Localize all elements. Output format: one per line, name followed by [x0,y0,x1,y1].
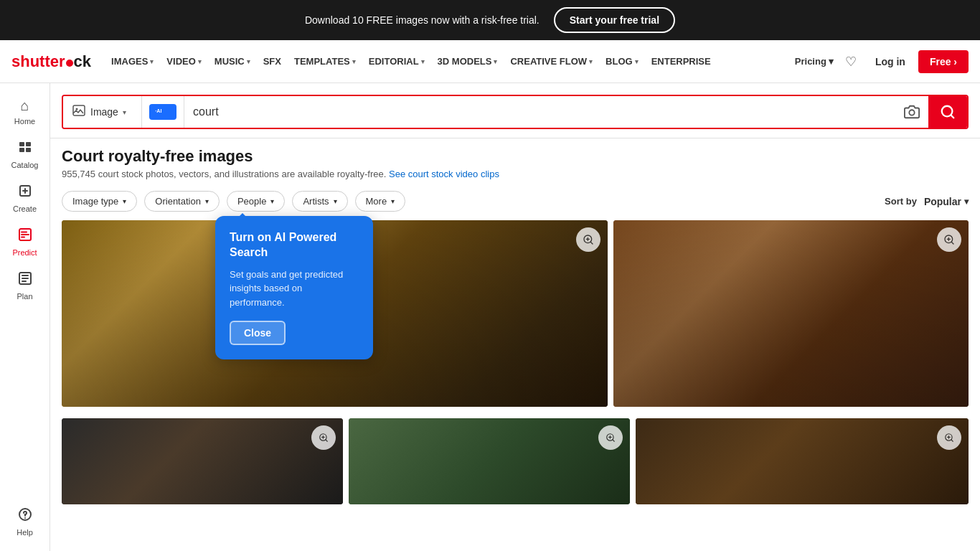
zoom-button[interactable] [937,227,961,252]
sidebar: ⌂ Home Catalog Create Predict Plan [0,83,50,551]
sidebar-item-label: Create [13,204,37,213]
sidebar-item-create[interactable]: Create [4,178,47,219]
camera-search-button[interactable] [895,96,928,128]
catalog-icon [18,140,32,158]
svg-rect-0 [19,142,24,146]
nav-item-video[interactable]: VIDEO ▾ [161,52,207,71]
logo-dot [66,60,73,67]
home-icon: ⌂ [20,98,29,114]
chevron-down-icon: ▾ [635,58,639,65]
filter-people[interactable]: People ▾ [227,191,285,212]
ai-badge-label: ·AI [149,104,176,120]
chevron-down-icon: ▾ [123,197,126,205]
help-icon [18,507,32,525]
ai-tooltip-title: Turn on AI Powered Search [230,230,359,260]
search-button[interactable] [928,96,967,128]
logo-stock: ck [74,52,91,70]
svg-rect-3 [26,148,31,152]
image-type-icon [72,103,86,121]
login-button[interactable]: Log in [868,52,913,72]
sidebar-item-plan[interactable]: Plan [4,265,47,306]
search-type-label: Image [90,106,118,118]
logo[interactable]: shutterck [11,52,91,71]
nav-item-templates[interactable]: TEMPLATES ▾ [288,52,362,71]
svg-point-8 [24,517,26,519]
banner-text: Download 10 FREE images now with a risk-… [305,14,540,26]
ai-tooltip: Turn on AI Powered Search Set goals and … [215,216,373,359]
chevron-down-icon: ▾ [123,108,126,116]
nav-item-images[interactable]: IMAGES ▾ [105,52,159,71]
nav-item-sfx[interactable]: SFX [258,52,287,71]
nav-item-editorial[interactable]: EDITORIAL ▾ [363,52,430,71]
video-clips-link[interactable]: See court stock video clips [389,169,499,179]
page-heading: Court royalty-free images 955,745 court … [50,138,980,185]
nav-item-creative-flow[interactable]: CREATIVE FLOW ▾ [504,52,598,71]
nav-item-blog[interactable]: BLOG ▾ [600,52,644,71]
plan-icon [18,271,32,289]
svg-rect-9 [73,105,85,116]
filter-artists[interactable]: Artists ▾ [292,191,347,212]
nav-item-music[interactable]: MUSIC ▾ [209,52,256,71]
image-item-courtroom-dark[interactable] [636,418,969,504]
image-item-judge-gavel[interactable] [62,418,343,504]
zoom-button[interactable] [576,227,600,252]
filter-bar: Image type ▾ Orientation ▾ People ▾ Arti… [50,185,980,220]
chevron-down-icon: ▾ [964,197,969,207]
ai-tooltip-close-button[interactable]: Close [230,321,286,345]
search-type-select[interactable]: Image ▾ [63,96,142,128]
sidebar-item-help[interactable]: Help [4,501,47,542]
chevron-down-icon: ▾ [334,197,337,205]
ai-badge[interactable]: ·AI [142,96,184,128]
free-trial-button[interactable]: Start your free trial [554,7,675,33]
chevron-down-icon: ▾ [247,58,250,65]
filter-image-type[interactable]: Image type ▾ [62,191,137,212]
chevron-down-icon: ▾ [352,58,356,65]
search-input[interactable] [184,96,895,128]
sidebar-item-home[interactable]: ⌂ Home [4,92,47,131]
main-nav: IMAGES ▾ VIDEO ▾ MUSIC ▾ SFX TEMPLATES ▾… [105,52,789,71]
page-title: Court royalty-free images [62,147,969,166]
nav-right: Pricing ▾ ♡ Log in Free › [795,50,969,73]
sidebar-item-label: Predict [12,248,37,257]
main-layout: ⌂ Home Catalog Create Predict Plan [0,83,980,551]
filter-orientation[interactable]: Orientation ▾ [144,191,220,212]
logo-shutter: shutter [11,52,65,70]
chevron-down-icon: ▾ [150,58,154,65]
filter-more[interactable]: More ▾ [355,191,406,212]
chevron-down-icon: ▾ [421,58,425,65]
chevron-down-icon: ▾ [391,197,395,205]
image-grid-row1 [50,220,980,418]
favorites-icon[interactable]: ♡ [839,50,862,73]
content-area: Image ▾ ·AI Court royalt [50,83,980,551]
image-item-courtroom[interactable] [613,220,969,407]
page-subtitle: 955,745 court stock photos, vectors, and… [62,169,969,179]
nav-item-enterprise[interactable]: ENTERPRISE [646,52,717,71]
svg-point-10 [76,108,78,110]
sort-label: Sort by [885,196,917,207]
search-bar-wrap: Image ▾ ·AI [50,83,980,138]
free-button[interactable]: Free › [918,50,969,73]
chevron-down-icon: ▾ [205,197,209,205]
sidebar-item-catalog[interactable]: Catalog [4,134,47,175]
top-banner: Download 10 FREE images now with a risk-… [0,0,980,40]
svg-text:·AI: ·AI [155,108,161,114]
chevron-down-icon: ▾ [198,58,202,65]
svg-point-12 [909,110,914,115]
search-bar: Image ▾ ·AI [62,95,969,129]
sidebar-item-predict[interactable]: Predict [4,222,47,263]
image-grid-row2 [50,418,980,516]
zoom-button[interactable] [311,425,336,450]
chevron-down-icon: ▾ [494,58,497,65]
nav-item-3d-models[interactable]: 3D MODELS ▾ [432,52,504,71]
ai-tooltip-body: Set goals and get predicted insights bas… [230,268,359,310]
nav-pricing[interactable]: Pricing ▾ [795,56,834,67]
image-item-court-audience[interactable] [349,418,630,504]
header: shutterck IMAGES ▾ VIDEO ▾ MUSIC ▾ SFX T… [0,40,980,83]
chevron-down-icon: ▾ [270,197,274,205]
svg-rect-1 [26,142,31,146]
zoom-button[interactable] [937,425,961,450]
svg-rect-2 [19,148,24,152]
sort-dropdown[interactable]: Popular ▾ [924,196,969,207]
sidebar-item-label: Home [14,117,35,126]
sidebar-item-label: Help [17,528,33,537]
